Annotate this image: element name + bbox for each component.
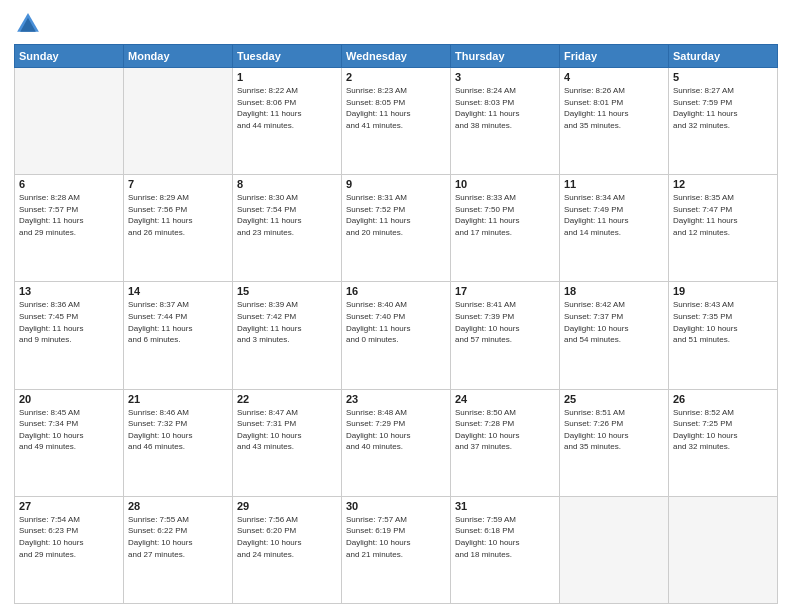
cell-details: Sunrise: 8:24 AM Sunset: 8:03 PM Dayligh… [455,85,555,131]
day-number: 30 [346,500,446,512]
calendar-cell: 25Sunrise: 8:51 AM Sunset: 7:26 PM Dayli… [560,389,669,496]
calendar-cell: 16Sunrise: 8:40 AM Sunset: 7:40 PM Dayli… [342,282,451,389]
week-row-4: 20Sunrise: 8:45 AM Sunset: 7:34 PM Dayli… [15,389,778,496]
cell-details: Sunrise: 8:34 AM Sunset: 7:49 PM Dayligh… [564,192,664,238]
calendar-cell: 19Sunrise: 8:43 AM Sunset: 7:35 PM Dayli… [669,282,778,389]
day-number: 24 [455,393,555,405]
calendar-cell: 6Sunrise: 8:28 AM Sunset: 7:57 PM Daylig… [15,175,124,282]
day-number: 2 [346,71,446,83]
cell-details: Sunrise: 8:50 AM Sunset: 7:28 PM Dayligh… [455,407,555,453]
day-number: 1 [237,71,337,83]
weekday-header-row: SundayMondayTuesdayWednesdayThursdayFrid… [15,45,778,68]
day-number: 10 [455,178,555,190]
day-number: 9 [346,178,446,190]
day-number: 8 [237,178,337,190]
page: SundayMondayTuesdayWednesdayThursdayFrid… [0,0,792,612]
calendar-cell [124,68,233,175]
calendar-cell: 23Sunrise: 8:48 AM Sunset: 7:29 PM Dayli… [342,389,451,496]
day-number: 23 [346,393,446,405]
day-number: 15 [237,285,337,297]
day-number: 14 [128,285,228,297]
day-number: 11 [564,178,664,190]
day-number: 3 [455,71,555,83]
cell-details: Sunrise: 8:47 AM Sunset: 7:31 PM Dayligh… [237,407,337,453]
calendar-cell: 15Sunrise: 8:39 AM Sunset: 7:42 PM Dayli… [233,282,342,389]
weekday-header-tuesday: Tuesday [233,45,342,68]
day-number: 28 [128,500,228,512]
calendar-cell: 5Sunrise: 8:27 AM Sunset: 7:59 PM Daylig… [669,68,778,175]
calendar-cell: 1Sunrise: 8:22 AM Sunset: 8:06 PM Daylig… [233,68,342,175]
calendar-cell: 3Sunrise: 8:24 AM Sunset: 8:03 PM Daylig… [451,68,560,175]
cell-details: Sunrise: 8:28 AM Sunset: 7:57 PM Dayligh… [19,192,119,238]
calendar-cell: 20Sunrise: 8:45 AM Sunset: 7:34 PM Dayli… [15,389,124,496]
calendar-cell [15,68,124,175]
calendar-cell: 4Sunrise: 8:26 AM Sunset: 8:01 PM Daylig… [560,68,669,175]
cell-details: Sunrise: 7:59 AM Sunset: 6:18 PM Dayligh… [455,514,555,560]
week-row-3: 13Sunrise: 8:36 AM Sunset: 7:45 PM Dayli… [15,282,778,389]
calendar-cell: 26Sunrise: 8:52 AM Sunset: 7:25 PM Dayli… [669,389,778,496]
weekday-header-wednesday: Wednesday [342,45,451,68]
day-number: 12 [673,178,773,190]
cell-details: Sunrise: 7:55 AM Sunset: 6:22 PM Dayligh… [128,514,228,560]
calendar-cell: 30Sunrise: 7:57 AM Sunset: 6:19 PM Dayli… [342,496,451,603]
day-number: 21 [128,393,228,405]
cell-details: Sunrise: 8:30 AM Sunset: 7:54 PM Dayligh… [237,192,337,238]
calendar-cell: 9Sunrise: 8:31 AM Sunset: 7:52 PM Daylig… [342,175,451,282]
calendar-cell: 24Sunrise: 8:50 AM Sunset: 7:28 PM Dayli… [451,389,560,496]
day-number: 22 [237,393,337,405]
calendar-cell: 28Sunrise: 7:55 AM Sunset: 6:22 PM Dayli… [124,496,233,603]
cell-details: Sunrise: 8:39 AM Sunset: 7:42 PM Dayligh… [237,299,337,345]
cell-details: Sunrise: 8:51 AM Sunset: 7:26 PM Dayligh… [564,407,664,453]
calendar-cell: 13Sunrise: 8:36 AM Sunset: 7:45 PM Dayli… [15,282,124,389]
cell-details: Sunrise: 8:31 AM Sunset: 7:52 PM Dayligh… [346,192,446,238]
cell-details: Sunrise: 8:43 AM Sunset: 7:35 PM Dayligh… [673,299,773,345]
weekday-header-sunday: Sunday [15,45,124,68]
cell-details: Sunrise: 8:46 AM Sunset: 7:32 PM Dayligh… [128,407,228,453]
cell-details: Sunrise: 8:36 AM Sunset: 7:45 PM Dayligh… [19,299,119,345]
cell-details: Sunrise: 7:54 AM Sunset: 6:23 PM Dayligh… [19,514,119,560]
day-number: 7 [128,178,228,190]
cell-details: Sunrise: 7:56 AM Sunset: 6:20 PM Dayligh… [237,514,337,560]
cell-details: Sunrise: 8:41 AM Sunset: 7:39 PM Dayligh… [455,299,555,345]
week-row-1: 1Sunrise: 8:22 AM Sunset: 8:06 PM Daylig… [15,68,778,175]
calendar-cell: 12Sunrise: 8:35 AM Sunset: 7:47 PM Dayli… [669,175,778,282]
calendar-cell: 11Sunrise: 8:34 AM Sunset: 7:49 PM Dayli… [560,175,669,282]
day-number: 26 [673,393,773,405]
cell-details: Sunrise: 8:33 AM Sunset: 7:50 PM Dayligh… [455,192,555,238]
calendar: SundayMondayTuesdayWednesdayThursdayFrid… [14,44,778,604]
day-number: 4 [564,71,664,83]
calendar-cell: 2Sunrise: 8:23 AM Sunset: 8:05 PM Daylig… [342,68,451,175]
cell-details: Sunrise: 8:22 AM Sunset: 8:06 PM Dayligh… [237,85,337,131]
cell-details: Sunrise: 8:35 AM Sunset: 7:47 PM Dayligh… [673,192,773,238]
header [14,10,778,38]
day-number: 29 [237,500,337,512]
day-number: 17 [455,285,555,297]
week-row-2: 6Sunrise: 8:28 AM Sunset: 7:57 PM Daylig… [15,175,778,282]
calendar-cell [560,496,669,603]
calendar-cell: 22Sunrise: 8:47 AM Sunset: 7:31 PM Dayli… [233,389,342,496]
cell-details: Sunrise: 8:23 AM Sunset: 8:05 PM Dayligh… [346,85,446,131]
day-number: 6 [19,178,119,190]
cell-details: Sunrise: 8:45 AM Sunset: 7:34 PM Dayligh… [19,407,119,453]
cell-details: Sunrise: 7:57 AM Sunset: 6:19 PM Dayligh… [346,514,446,560]
calendar-cell: 10Sunrise: 8:33 AM Sunset: 7:50 PM Dayli… [451,175,560,282]
calendar-cell: 21Sunrise: 8:46 AM Sunset: 7:32 PM Dayli… [124,389,233,496]
weekday-header-saturday: Saturday [669,45,778,68]
day-number: 25 [564,393,664,405]
calendar-cell: 27Sunrise: 7:54 AM Sunset: 6:23 PM Dayli… [15,496,124,603]
calendar-cell: 29Sunrise: 7:56 AM Sunset: 6:20 PM Dayli… [233,496,342,603]
calendar-cell: 8Sunrise: 8:30 AM Sunset: 7:54 PM Daylig… [233,175,342,282]
day-number: 5 [673,71,773,83]
calendar-cell [669,496,778,603]
weekday-header-monday: Monday [124,45,233,68]
day-number: 16 [346,285,446,297]
calendar-cell: 31Sunrise: 7:59 AM Sunset: 6:18 PM Dayli… [451,496,560,603]
cell-details: Sunrise: 8:48 AM Sunset: 7:29 PM Dayligh… [346,407,446,453]
day-number: 19 [673,285,773,297]
cell-details: Sunrise: 8:26 AM Sunset: 8:01 PM Dayligh… [564,85,664,131]
cell-details: Sunrise: 8:52 AM Sunset: 7:25 PM Dayligh… [673,407,773,453]
cell-details: Sunrise: 8:29 AM Sunset: 7:56 PM Dayligh… [128,192,228,238]
day-number: 13 [19,285,119,297]
day-number: 31 [455,500,555,512]
cell-details: Sunrise: 8:40 AM Sunset: 7:40 PM Dayligh… [346,299,446,345]
